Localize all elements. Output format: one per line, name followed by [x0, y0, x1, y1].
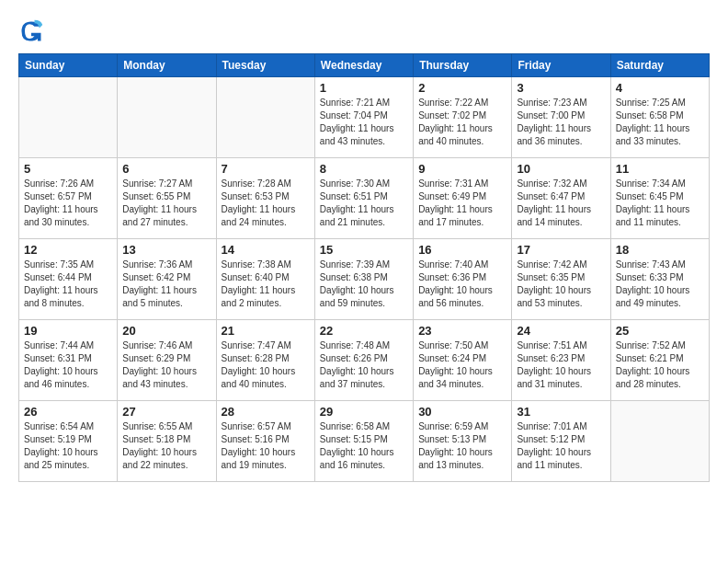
calendar-header-row: SundayMondayTuesdayWednesdayThursdayFrid… [19, 54, 710, 77]
calendar-cell [118, 77, 216, 158]
day-info: Sunrise: 7:43 AM Sunset: 6:33 PM Dayligh… [616, 259, 704, 310]
header-day-saturday: Saturday [610, 54, 709, 77]
day-number: 15 [320, 243, 408, 257]
day-number: 6 [122, 162, 210, 176]
day-number: 16 [418, 243, 506, 257]
calendar-cell: 12Sunrise: 7:35 AM Sunset: 6:44 PM Dayli… [19, 239, 118, 320]
calendar-week-5: 26Sunrise: 6:54 AM Sunset: 5:19 PM Dayli… [19, 401, 710, 482]
day-number: 24 [517, 324, 605, 338]
calendar-cell: 1Sunrise: 7:21 AM Sunset: 7:04 PM Daylig… [314, 77, 413, 158]
calendar-cell [216, 77, 314, 158]
day-number: 29 [320, 405, 408, 419]
calendar-cell: 21Sunrise: 7:47 AM Sunset: 6:28 PM Dayli… [216, 320, 314, 401]
day-info: Sunrise: 7:23 AM Sunset: 7:00 PM Dayligh… [517, 97, 605, 148]
day-info: Sunrise: 7:35 AM Sunset: 6:44 PM Dayligh… [24, 259, 112, 310]
header-day-tuesday: Tuesday [216, 54, 314, 77]
day-info: Sunrise: 7:39 AM Sunset: 6:38 PM Dayligh… [320, 259, 408, 310]
header-day-friday: Friday [512, 54, 610, 77]
calendar-cell: 27Sunrise: 6:55 AM Sunset: 5:18 PM Dayli… [118, 401, 216, 482]
day-info: Sunrise: 7:34 AM Sunset: 6:45 PM Dayligh… [616, 178, 704, 229]
day-info: Sunrise: 6:57 AM Sunset: 5:16 PM Dayligh… [222, 420, 310, 472]
day-number: 2 [418, 81, 506, 95]
day-number: 27 [122, 405, 210, 419]
day-info: Sunrise: 7:25 AM Sunset: 6:58 PM Dayligh… [616, 97, 704, 148]
day-number: 28 [222, 405, 310, 419]
calendar-cell: 13Sunrise: 7:36 AM Sunset: 6:42 PM Dayli… [118, 239, 216, 320]
day-number: 30 [418, 405, 506, 419]
calendar-cell: 4Sunrise: 7:25 AM Sunset: 6:58 PM Daylig… [610, 77, 709, 158]
calendar-week-4: 19Sunrise: 7:44 AM Sunset: 6:31 PM Dayli… [19, 320, 710, 401]
day-info: Sunrise: 6:58 AM Sunset: 5:15 PM Dayligh… [320, 420, 408, 472]
calendar-cell: 5Sunrise: 7:26 AM Sunset: 6:57 PM Daylig… [19, 158, 118, 239]
day-info: Sunrise: 6:59 AM Sunset: 5:13 PM Dayligh… [418, 420, 506, 472]
calendar-cell: 17Sunrise: 7:42 AM Sunset: 6:35 PM Dayli… [512, 239, 610, 320]
day-number: 5 [24, 162, 112, 176]
calendar-cell: 29Sunrise: 6:58 AM Sunset: 5:15 PM Dayli… [314, 401, 413, 482]
day-info: Sunrise: 7:38 AM Sunset: 6:40 PM Dayligh… [222, 259, 310, 310]
day-info: Sunrise: 7:27 AM Sunset: 6:55 PM Dayligh… [122, 178, 210, 229]
day-info: Sunrise: 7:28 AM Sunset: 6:53 PM Dayligh… [222, 178, 310, 229]
day-number: 19 [24, 324, 112, 338]
day-number: 21 [222, 324, 310, 338]
header-day-wednesday: Wednesday [314, 54, 413, 77]
header-day-sunday: Sunday [19, 54, 118, 77]
calendar-cell [610, 401, 709, 482]
day-info: Sunrise: 7:40 AM Sunset: 6:36 PM Dayligh… [418, 259, 506, 310]
calendar-cell: 11Sunrise: 7:34 AM Sunset: 6:45 PM Dayli… [610, 158, 709, 239]
calendar-cell: 31Sunrise: 7:01 AM Sunset: 5:12 PM Dayli… [512, 401, 610, 482]
day-number: 10 [517, 162, 605, 176]
calendar-cell: 7Sunrise: 7:28 AM Sunset: 6:53 PM Daylig… [216, 158, 314, 239]
day-number: 18 [616, 243, 704, 257]
day-info: Sunrise: 7:32 AM Sunset: 6:47 PM Dayligh… [517, 178, 605, 229]
day-number: 1 [320, 81, 408, 95]
day-info: Sunrise: 7:36 AM Sunset: 6:42 PM Dayligh… [122, 259, 210, 310]
day-info: Sunrise: 7:52 AM Sunset: 6:21 PM Dayligh… [616, 339, 704, 391]
calendar-cell: 22Sunrise: 7:48 AM Sunset: 6:26 PM Dayli… [314, 320, 413, 401]
calendar-cell: 25Sunrise: 7:52 AM Sunset: 6:21 PM Dayli… [610, 320, 709, 401]
calendar-cell [19, 77, 118, 158]
calendar-week-3: 12Sunrise: 7:35 AM Sunset: 6:44 PM Dayli… [19, 239, 710, 320]
calendar-cell: 18Sunrise: 7:43 AM Sunset: 6:33 PM Dayli… [610, 239, 709, 320]
calendar-week-1: 1Sunrise: 7:21 AM Sunset: 7:04 PM Daylig… [19, 77, 710, 158]
day-info: Sunrise: 7:47 AM Sunset: 6:28 PM Dayligh… [222, 339, 310, 391]
calendar-cell: 6Sunrise: 7:27 AM Sunset: 6:55 PM Daylig… [118, 158, 216, 239]
day-number: 23 [418, 324, 506, 338]
day-number: 14 [222, 243, 310, 257]
logo [18, 18, 48, 44]
day-info: Sunrise: 7:46 AM Sunset: 6:29 PM Dayligh… [122, 339, 210, 391]
day-info: Sunrise: 7:48 AM Sunset: 6:26 PM Dayligh… [320, 339, 408, 391]
day-info: Sunrise: 7:51 AM Sunset: 6:23 PM Dayligh… [517, 339, 605, 391]
day-number: 7 [222, 162, 310, 176]
day-info: Sunrise: 6:55 AM Sunset: 5:18 PM Dayligh… [122, 420, 210, 472]
header-day-thursday: Thursday [414, 54, 512, 77]
calendar-cell: 20Sunrise: 7:46 AM Sunset: 6:29 PM Dayli… [118, 320, 216, 401]
day-info: Sunrise: 6:54 AM Sunset: 5:19 PM Dayligh… [24, 420, 112, 472]
calendar-cell: 14Sunrise: 7:38 AM Sunset: 6:40 PM Dayli… [216, 239, 314, 320]
calendar-cell: 3Sunrise: 7:23 AM Sunset: 7:00 PM Daylig… [512, 77, 610, 158]
day-number: 13 [122, 243, 210, 257]
day-info: Sunrise: 7:22 AM Sunset: 7:02 PM Dayligh… [418, 97, 506, 148]
calendar-cell: 2Sunrise: 7:22 AM Sunset: 7:02 PM Daylig… [414, 77, 512, 158]
day-number: 31 [517, 405, 605, 419]
day-info: Sunrise: 7:26 AM Sunset: 6:57 PM Dayligh… [24, 178, 112, 229]
calendar-cell: 23Sunrise: 7:50 AM Sunset: 6:24 PM Dayli… [414, 320, 512, 401]
page-header [18, 18, 710, 44]
day-number: 4 [616, 81, 704, 95]
calendar-cell: 9Sunrise: 7:31 AM Sunset: 6:49 PM Daylig… [414, 158, 512, 239]
calendar-cell: 19Sunrise: 7:44 AM Sunset: 6:31 PM Dayli… [19, 320, 118, 401]
calendar: SundayMondayTuesdayWednesdayThursdayFrid… [18, 53, 710, 482]
calendar-cell: 26Sunrise: 6:54 AM Sunset: 5:19 PM Dayli… [19, 401, 118, 482]
day-info: Sunrise: 7:50 AM Sunset: 6:24 PM Dayligh… [418, 339, 506, 391]
day-info: Sunrise: 7:44 AM Sunset: 6:31 PM Dayligh… [24, 339, 112, 391]
calendar-cell: 10Sunrise: 7:32 AM Sunset: 6:47 PM Dayli… [512, 158, 610, 239]
day-info: Sunrise: 7:01 AM Sunset: 5:12 PM Dayligh… [517, 420, 605, 472]
calendar-cell: 15Sunrise: 7:39 AM Sunset: 6:38 PM Dayli… [314, 239, 413, 320]
calendar-cell: 16Sunrise: 7:40 AM Sunset: 6:36 PM Dayli… [414, 239, 512, 320]
day-number: 20 [122, 324, 210, 338]
day-info: Sunrise: 7:30 AM Sunset: 6:51 PM Dayligh… [320, 178, 408, 229]
calendar-cell: 28Sunrise: 6:57 AM Sunset: 5:16 PM Dayli… [216, 401, 314, 482]
day-number: 26 [24, 405, 112, 419]
day-number: 22 [320, 324, 408, 338]
calendar-week-2: 5Sunrise: 7:26 AM Sunset: 6:57 PM Daylig… [19, 158, 710, 239]
header-day-monday: Monday [118, 54, 216, 77]
